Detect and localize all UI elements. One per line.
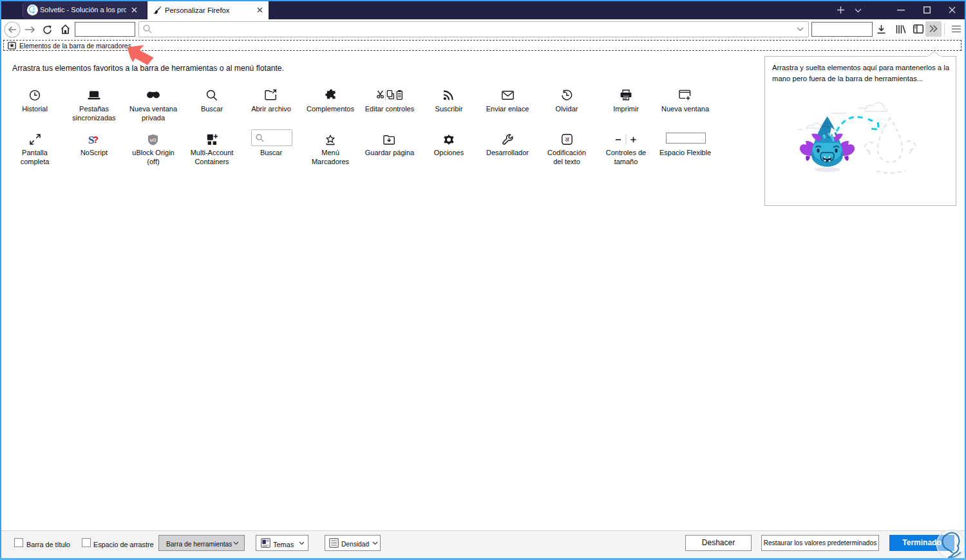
svg-text:uO: uO	[150, 138, 156, 142]
svg-text:अ: अ	[565, 136, 569, 143]
svg-text:?: ?	[93, 134, 99, 145]
